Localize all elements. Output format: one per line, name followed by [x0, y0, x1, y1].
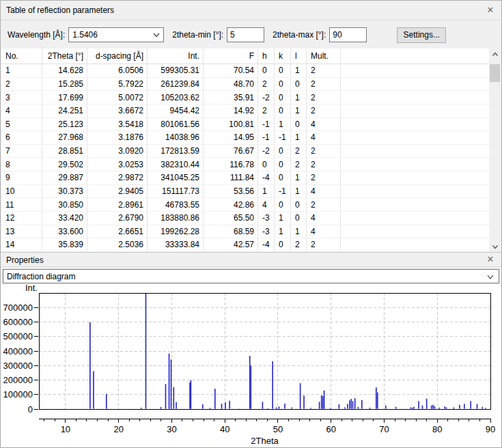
y-tick-label: 700000: [3, 303, 33, 313]
scrollbar-thumb[interactable]: [490, 64, 500, 82]
table-cell: 9454.42: [148, 104, 204, 117]
column-header[interactable]: No.: [1, 48, 42, 64]
table-cell: 42.86: [204, 198, 258, 211]
wavelength-combobox[interactable]: 1.5406: [68, 27, 164, 42]
table-cell: 2.6651: [87, 225, 148, 238]
table-cell: 0: [258, 158, 275, 171]
y-tick-label: 500000: [3, 331, 33, 341]
table-cell: 14.628: [42, 64, 87, 77]
table-row[interactable]: 929.8872.9872341045.25111.84-4012: [1, 171, 501, 185]
table-cell: 5.7922: [87, 78, 148, 91]
column-header[interactable]: k: [275, 48, 291, 64]
column-header[interactable]: Int.: [148, 48, 204, 64]
diagram-type-select[interactable]: Diffraction diagram: [3, 269, 499, 283]
settings-button[interactable]: Settings...: [397, 27, 446, 43]
table-cell: 801061.56: [148, 118, 204, 131]
table-cell: 9: [1, 171, 42, 184]
close-icon[interactable]: ✕: [484, 253, 497, 266]
ttheta-min-label: 2theta-min [°]:: [172, 30, 223, 40]
table-cell: 14.92: [204, 104, 258, 117]
y-tick-label: 200000: [3, 375, 33, 385]
table-row[interactable]: 215.2855.7922261239.8448.702002: [1, 78, 501, 92]
x-tick-label: 10: [61, 424, 70, 434]
table-cell: 1: [275, 225, 291, 238]
table-cell: 0: [291, 212, 307, 225]
table-filler: [341, 118, 501, 131]
column-header[interactable]: F: [204, 48, 258, 64]
table-row[interactable]: 317.6995.0072105203.6235.91-2012: [1, 91, 501, 104]
y-axis-title: Int.: [25, 285, 38, 293]
table-cell: 0: [275, 198, 291, 211]
close-icon[interactable]: ✕: [484, 4, 497, 16]
table-cell: 13: [1, 225, 42, 238]
table-cell: 12: [1, 212, 42, 225]
ttheta-max-input[interactable]: [329, 27, 367, 42]
table-cell: 2.8961: [87, 198, 148, 211]
wavelength-value: 1.5406: [72, 30, 98, 40]
table-cell: 0: [275, 64, 291, 77]
table-row[interactable]: 1435.8392.503633333.8442.57-4022: [1, 238, 501, 252]
table-cell: 4: [307, 131, 341, 144]
scroll-down-icon[interactable]: [489, 240, 501, 252]
table-filler: [341, 212, 501, 225]
table-cell: 2: [307, 78, 341, 91]
properties-title: Properties: [6, 255, 44, 265]
table-row[interactable]: 829.5023.0253382310.44116.780022: [1, 158, 501, 171]
table-cell: 3: [1, 91, 42, 104]
table-cell: 599305.31: [148, 64, 204, 77]
table-row[interactable]: 1030.3732.9405151117.7353.561-114: [1, 185, 501, 199]
table-cell: 261239.84: [148, 78, 204, 91]
table-row[interactable]: 525.1233.5418801061.56100.81-1104: [1, 118, 501, 132]
column-header[interactable]: h: [258, 48, 275, 64]
table-row[interactable]: 728.8513.0920172813.5976.67-2022: [1, 145, 501, 158]
table-cell: 14.95: [204, 131, 258, 144]
table-filler: [341, 48, 501, 64]
table-cell: 30.850: [42, 198, 87, 211]
table-cell: 70.54: [204, 64, 258, 77]
column-header[interactable]: 2Theta [°]: [42, 48, 87, 64]
reflection-table: No.2Theta [°]d-spacing [Å]Int.FhklMult.1…: [1, 48, 501, 252]
column-header[interactable]: l: [291, 48, 307, 64]
table-cell: -3: [258, 225, 275, 238]
table-cell: 46783.55: [148, 198, 204, 211]
table-cell: 2: [258, 104, 275, 117]
table-row[interactable]: 424.2513.66729454.4214.922012: [1, 104, 501, 118]
x-tick-label: 30: [167, 424, 176, 434]
table-cell: -4: [258, 171, 275, 184]
ttheta-min-input[interactable]: [227, 27, 264, 42]
scroll-up-icon[interactable]: [489, 48, 501, 60]
table-cell: 0: [275, 91, 291, 104]
table-cell: 2: [307, 145, 341, 158]
table-cell: 2: [307, 198, 341, 211]
table-cell: -1: [275, 131, 291, 144]
table-row[interactable]: 1233.4202.6790183880.8665.50-3104: [1, 212, 501, 225]
table-row[interactable]: 627.9683.187614038.9614.95-1-114: [1, 131, 501, 145]
table-cell: 2: [307, 64, 341, 77]
table-cell: 0: [275, 238, 291, 251]
table-cell: -2: [258, 145, 275, 158]
table-cell: 53.56: [204, 185, 258, 198]
panel-menu-arrow-icon[interactable]: ▾: [95, 8, 98, 14]
reflection-panel-titlebar: Table of reflection parameters ▾ ✕: [1, 1, 501, 20]
table-cell: -1: [258, 118, 275, 131]
table-row[interactable]: 1130.8502.896146783.5542.864002: [1, 198, 501, 212]
table-cell: 3.1876: [87, 131, 148, 144]
table-body: No.2Theta [°]d-spacing [Å]Int.FhklMult.1…: [1, 48, 501, 252]
table-scrollbar[interactable]: [489, 48, 501, 252]
table-cell: -1: [275, 185, 291, 198]
table-filler: [341, 91, 501, 104]
x-tick-label: 50: [273, 424, 283, 434]
table-cell: 1: [291, 91, 307, 104]
table-row[interactable]: 1333.6002.6651199262.2868.59-3114: [1, 225, 501, 239]
column-header[interactable]: d-spacing [Å]: [87, 48, 148, 64]
table-cell: 65.50: [204, 212, 258, 225]
table-cell: 14: [1, 238, 42, 251]
table-cell: 3.0920: [87, 145, 148, 158]
table-row[interactable]: 114.6286.0506599305.3170.540012: [1, 64, 501, 78]
chevron-down-icon[interactable]: [152, 31, 161, 41]
column-header[interactable]: Mult.: [307, 48, 341, 64]
table-cell: 2: [291, 145, 307, 158]
table-cell: 382310.44: [148, 158, 204, 171]
table-cell: 341045.25: [148, 171, 204, 184]
reflection-table-panel: Table of reflection parameters ▾ ✕ Wavel…: [1, 1, 501, 252]
